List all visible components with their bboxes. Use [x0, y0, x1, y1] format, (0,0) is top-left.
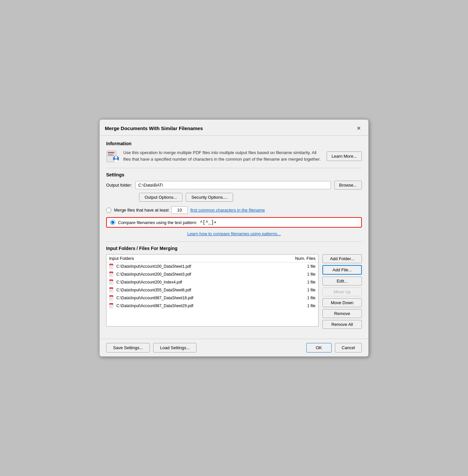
settings-section-title: Settings	[106, 172, 362, 177]
pdf-file-icon: PDF	[109, 287, 114, 293]
svg-text:PDF: PDF	[110, 296, 113, 298]
svg-text:PDF: PDF	[110, 304, 113, 306]
file-name: C:\Data\Input\Account987_DataSheet18.pdf	[116, 296, 287, 300]
file-name: C:\Data\Input\Account200_DataSheet3.pdf	[116, 272, 287, 277]
file-count: 1 file	[289, 272, 316, 277]
file-list-item[interactable]: PDF C:\Data\Input\Account200_DataSheet3.…	[106, 270, 318, 278]
pdf-file-icon: PDF	[109, 295, 114, 301]
add-file-button[interactable]: Add File...	[322, 265, 362, 275]
learn-more-button[interactable]: Learn More...	[327, 151, 362, 161]
compare-pattern-radio[interactable]	[110, 220, 115, 225]
input-folders-title: Input Folders / Files For Merging	[106, 246, 362, 251]
divider-1	[106, 168, 362, 168]
merge-chars-input[interactable]	[171, 206, 188, 214]
merge-chars-radio[interactable]	[106, 208, 111, 213]
file-list-item[interactable]: PDF C:\Data\Input\Account987_DataSheet29…	[106, 302, 318, 310]
file-name: C:\Data\Input\Account987_DataSheet29.pdf	[116, 304, 287, 308]
svg-text:PDF: PDF	[110, 265, 113, 266]
file-count: 1 file	[289, 296, 316, 300]
dialog-window: Merge Documents With Similar Filenames ✕…	[99, 119, 369, 357]
add-folder-button[interactable]: Add Folder...	[322, 254, 362, 263]
merge-chars-label: Merge files that have at least	[114, 208, 169, 213]
file-name: C:\Data\Input\Account200_Index4.pdf	[116, 280, 287, 284]
output-folder-row: Output folder: Browse...	[106, 181, 362, 190]
file-list-box[interactable]: Input Folders Num. Files PDF C:\Data\Inp…	[106, 254, 318, 327]
file-list-item[interactable]: PDF C:\Data\Input\Account987_DataSheet18…	[106, 294, 318, 302]
edit-button[interactable]: Edit...	[322, 277, 362, 285]
pdf-file-icon: PDF	[109, 271, 114, 277]
remove-button[interactable]: Remove	[322, 309, 362, 318]
pdf-file-icon: PDF	[109, 279, 114, 285]
ok-button[interactable]: OK	[306, 343, 332, 352]
cancel-button[interactable]: Cancel	[335, 343, 362, 352]
pdf-file-icon: PDF	[109, 303, 114, 309]
options-row: Output Options... Security Options....	[139, 193, 362, 202]
file-name: C:\Data\Input\Account355_DataSheet6.pdf	[116, 288, 287, 292]
dialog-body: Information	[100, 136, 368, 339]
file-list-item[interactable]: PDF C:\Data\Input\Account200_Index4.pdf …	[106, 278, 318, 286]
info-section: Information	[106, 141, 362, 163]
learn-pattern-link[interactable]: Learn how to compare filenames using pat…	[187, 231, 281, 236]
bottom-right: OK Cancel	[306, 343, 362, 352]
dialog-title: Merge Documents With Similar Filenames	[105, 125, 203, 131]
compare-pattern-label: Compare filenames using the text pattern…	[118, 220, 197, 225]
learn-pattern-container: Learn how to compare filenames using pat…	[106, 231, 362, 236]
action-buttons: Add Folder... Add File... Edit... Move U…	[322, 254, 362, 329]
svg-rect-4	[108, 155, 114, 156]
header-name: Input Folders	[109, 256, 289, 261]
file-count: 1 file	[289, 264, 316, 269]
info-content: Use this operation to merge multiple PDF…	[106, 149, 362, 163]
svg-point-7	[114, 159, 118, 162]
svg-point-6	[115, 156, 117, 159]
input-folders-layout: Input Folders Num. Files PDF C:\Data\Inp…	[106, 254, 362, 329]
compare-pattern-row: Compare filenames using the text pattern…	[106, 217, 362, 228]
file-list-rows: PDF C:\Data\Input\Account100_DataSheet1.…	[106, 262, 318, 310]
file-count: 1 file	[289, 288, 316, 292]
svg-text:PDF: PDF	[110, 288, 113, 290]
load-settings-button[interactable]: Load Settings...	[153, 343, 197, 352]
file-list-item[interactable]: PDF C:\Data\Input\Account355_DataSheet6.…	[106, 286, 318, 294]
settings-section: Settings Output folder: Browse... Output…	[106, 172, 362, 236]
info-description: Use this operation to merge multiple PDF…	[123, 149, 323, 162]
security-options-button[interactable]: Security Options....	[186, 193, 233, 202]
svg-text:PDF: PDF	[110, 281, 113, 282]
bottom-bar: Save Settings... Load Settings... OK Can…	[100, 339, 368, 356]
svg-rect-1	[108, 152, 114, 153]
first-common-link[interactable]: first common characters in the filename	[190, 208, 265, 213]
close-button[interactable]: ✕	[354, 124, 363, 133]
svg-rect-3	[108, 154, 113, 155]
title-bar: Merge Documents With Similar Filenames ✕	[100, 120, 368, 136]
remove-all-button[interactable]: Remove All	[322, 320, 362, 329]
output-folder-label: Output folder:	[106, 183, 132, 188]
move-down-button[interactable]: Move Down	[322, 298, 362, 307]
svg-rect-2	[108, 153, 114, 154]
svg-text:PDF: PDF	[110, 273, 113, 274]
file-list-item[interactable]: PDF C:\Data\Input\Account100_DataSheet1.…	[106, 262, 318, 270]
file-count: 1 file	[289, 280, 316, 284]
output-folder-input[interactable]	[135, 181, 331, 189]
file-list-header: Input Folders Num. Files	[106, 255, 318, 262]
file-count: 1 file	[289, 304, 316, 308]
pdf-file-icon: PDF	[109, 263, 114, 269]
divider-2	[106, 241, 362, 242]
output-options-button[interactable]: Output Options...	[139, 193, 182, 202]
pattern-input[interactable]	[200, 220, 358, 225]
input-folders-section: Input Folders / Files For Merging Input …	[106, 246, 362, 329]
file-name: C:\Data\Input\Account100_DataSheet1.pdf	[116, 264, 287, 269]
browse-button[interactable]: Browse...	[334, 181, 362, 190]
info-icon	[106, 149, 119, 163]
move-up-button[interactable]: Move Up	[322, 287, 362, 296]
save-settings-button[interactable]: Save Settings...	[106, 343, 150, 352]
header-count: Num. Files	[289, 256, 316, 261]
merge-radio-row: Merge files that have at least first com…	[106, 206, 362, 214]
bottom-left: Save Settings... Load Settings...	[106, 343, 197, 352]
info-section-title: Information	[106, 141, 362, 146]
